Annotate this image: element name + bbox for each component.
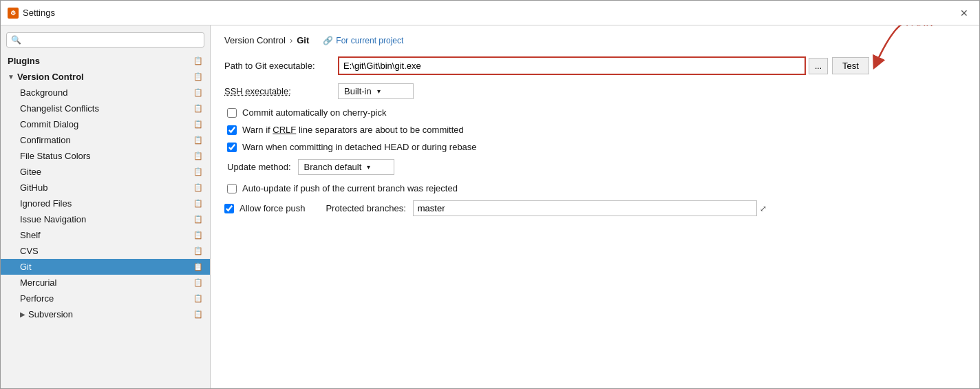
commit-dialog-reset-icon: 📋 [193,120,203,129]
shelf-reset-icon: 📋 [193,231,203,240]
crlf-label: Warn if CRLF line separators are about t… [242,125,464,135]
sidebar-item-shelf[interactable]: Shelf 📋 [1,227,210,243]
update-method-label: Update method: [227,162,291,172]
project-link-icon: 🔗 [323,36,333,45]
git-path-field: ... Test [338,56,966,75]
update-method-arrow: ▾ [367,163,370,171]
window-title: Settings [23,8,956,18]
app-icon: ⚙ [8,8,19,19]
auto-update-row: Auto-update if push of the current branc… [224,183,966,193]
ssh-dropdown-value: Built-in [344,86,372,96]
git-path-label: Path to Git executable: [224,61,338,71]
sidebar-item-ignored-files[interactable]: Ignored Files 📋 [1,196,210,211]
breadcrumb: Version Control › Git 🔗 For current proj… [224,35,966,45]
git-reset-icon: 📋 [193,262,203,271]
sidebar-item-perforce[interactable]: Perforce 📋 [1,291,210,306]
force-push-label: Allow force push [239,203,305,213]
subversion-reset-icon: 📋 [193,310,203,319]
perforce-reset-icon: 📋 [193,294,203,303]
sidebar-item-plugins[interactable]: Plugins 📋 [1,53,210,69]
sidebar-item-subversion[interactable]: ▶ Subversion 📋 [1,306,210,322]
version-control-chevron: ▼ [8,73,14,81]
protected-branches-label: Protected branches: [326,203,405,213]
force-push-check: Allow force push [224,203,305,213]
cherry-pick-label: Commit automatically on cherry-pick [242,107,387,118]
update-method-dropdown[interactable]: Branch default ▾ [298,159,394,175]
sidebar-item-issue-navigation[interactable]: Issue Navigation 📋 [1,211,210,227]
sidebar-item-version-control[interactable]: ▼ Version Control 📋 [1,69,210,85]
force-push-row: Allow force push Protected branches: ⤢ [224,200,966,216]
auto-update-label: Auto-update if push of the current branc… [242,183,458,193]
protected-branches-expand-icon[interactable]: ⤢ [760,204,767,213]
crlf-row: Warn if CRLF line separators are about t… [224,125,966,135]
git-path-browse-button[interactable]: ... [809,58,828,74]
cherry-pick-checkbox[interactable] [227,108,237,118]
breadcrumb-separator: › [290,35,292,45]
ssh-row: SSH executable: Built-in ▾ [224,83,966,99]
update-method-value: Branch default [304,162,362,172]
crlf-checkbox[interactable] [227,125,237,135]
ssh-dropdown[interactable]: Built-in ▾ [338,83,414,99]
detached-head-row: Warn when committing in detached HEAD or… [224,142,966,152]
cherry-pick-row: Commit automatically on cherry-pick [224,107,966,118]
sidebar-item-github[interactable]: GitHub 📋 [1,180,210,196]
search-input[interactable] [24,35,200,45]
sidebar-item-mercurial[interactable]: Mercurial 📋 [1,275,210,291]
breadcrumb-parent: Version Control [224,35,286,45]
main-panel: Version Control › Git 🔗 For current proj… [211,25,979,388]
auto-update-checkbox[interactable] [227,184,237,193]
file-status-reset-icon: 📋 [193,151,203,160]
protected-branches-input[interactable] [413,200,757,216]
force-push-checkbox[interactable] [224,204,234,213]
project-link[interactable]: 🔗 For current project [323,36,403,45]
mercurial-reset-icon: 📋 [193,278,203,287]
annotation-text: 安装路径 [898,25,939,28]
git-test-button[interactable]: Test [832,57,869,74]
version-control-reset-icon: 📋 [193,72,203,81]
sidebar-item-file-status-colors[interactable]: File Status Colors 📋 [1,148,210,164]
main-content: 🔍 Plugins 📋 ▼ Version Control 📋 Backgrou… [1,25,979,388]
detached-head-label: Warn when committing in detached HEAD or… [242,142,477,152]
git-path-input[interactable] [338,56,806,75]
sidebar-item-background[interactable]: Background 📋 [1,85,210,101]
github-reset-icon: 📋 [193,183,203,192]
sidebar-item-git[interactable]: Git 📋 [1,259,210,275]
sidebar-item-cvs[interactable]: CVS 📋 [1,243,210,259]
sidebar: 🔍 Plugins 📋 ▼ Version Control 📋 Backgrou… [1,25,211,388]
sidebar-item-gitee[interactable]: Gitee 📋 [1,164,210,180]
subversion-chevron: ▶ [20,311,25,318]
update-method-row: Update method: Branch default ▾ [224,159,966,175]
ssh-dropdown-arrow: ▾ [377,87,381,95]
breadcrumb-current: Git [297,35,309,45]
search-icon: 🔍 [11,35,21,45]
background-reset-icon: 📋 [193,88,203,97]
confirmation-reset-icon: 📋 [193,136,203,145]
ssh-label: SSH executable: [224,86,338,96]
cvs-reset-icon: 📋 [193,246,203,255]
plugins-reset-icon: 📋 [193,56,203,65]
changelist-reset-icon: 📋 [193,104,203,113]
close-button[interactable]: ✕ [956,6,972,20]
project-link-text: For current project [336,36,403,45]
title-bar: ⚙ Settings ✕ [1,1,979,25]
sidebar-item-changelist-conflicts[interactable]: Changelist Conflicts 📋 [1,101,210,116]
git-path-row: Path to Git executable: ... Test [224,56,966,75]
settings-window: ⚙ Settings ✕ 🔍 Plugins 📋 ▼ Version Contr… [0,0,980,389]
ignored-reset-icon: 📋 [193,199,203,208]
gitee-reset-icon: 📋 [193,167,203,176]
detached-head-checkbox[interactable] [227,143,237,152]
issue-nav-reset-icon: 📋 [193,215,203,224]
sidebar-item-commit-dialog[interactable]: Commit Dialog 📋 [1,116,210,132]
sidebar-item-confirmation[interactable]: Confirmation 📋 [1,132,210,148]
search-box[interactable]: 🔍 [6,32,204,48]
